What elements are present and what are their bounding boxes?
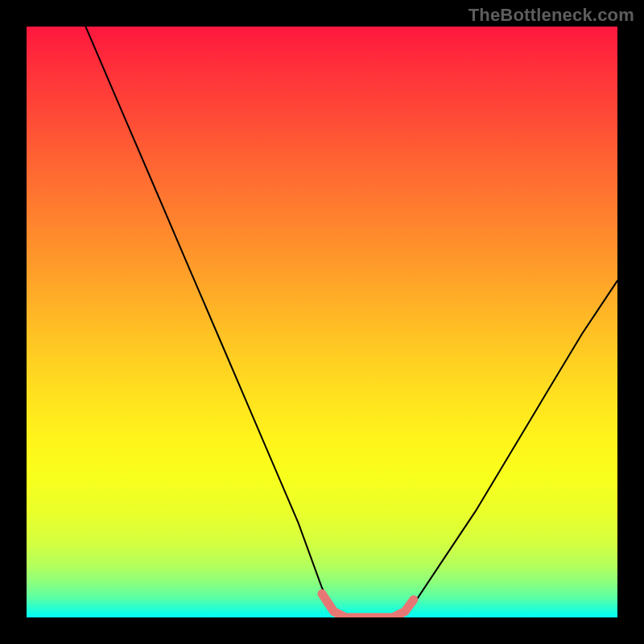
plot-area <box>27 27 617 617</box>
chart-frame: TheBottleneck.com <box>0 0 644 644</box>
bottleneck-curve-path <box>85 27 617 617</box>
watermark-text: TheBottleneck.com <box>469 5 634 26</box>
optimal-highlight-path <box>322 594 414 617</box>
chart-svg <box>27 27 617 617</box>
